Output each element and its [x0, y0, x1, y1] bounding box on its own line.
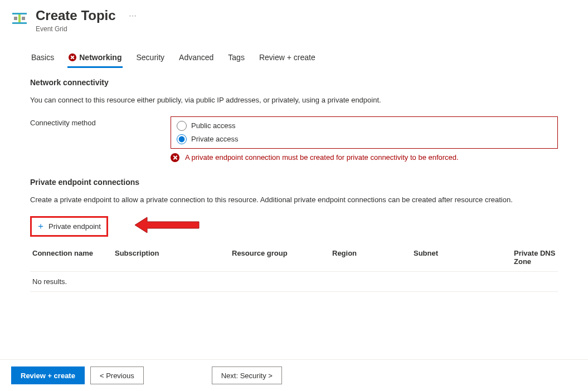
tab-label: Advanced: [179, 53, 213, 62]
add-pe-label: Private endpoint: [48, 222, 101, 231]
page-header: Create Topic Event Grid ···: [0, 0, 588, 33]
error-text: A private endpoint connection must be cr…: [185, 153, 459, 162]
previous-button[interactable]: < Previous: [90, 366, 144, 384]
svg-rect-3: [14, 17, 17, 20]
tab-label: Security: [136, 53, 164, 62]
connectivity-error-message: A private endpoint connection must be cr…: [171, 153, 558, 162]
col-resource-group: Resource group: [232, 249, 332, 266]
col-connection-name: Connection name: [32, 249, 115, 266]
svg-rect-4: [22, 17, 25, 20]
tab-tags[interactable]: Tags: [227, 50, 246, 68]
tab-security[interactable]: Security: [135, 50, 166, 68]
svg-rect-2: [18, 14, 21, 22]
plus-icon: ＋: [36, 221, 45, 232]
radio-private-access[interactable]: Private access: [173, 133, 555, 146]
col-private-dns: Private DNS Zone: [514, 249, 556, 266]
add-private-endpoint-button[interactable]: ＋ Private endpoint: [30, 216, 108, 237]
pe-connections-table: Connection name Subscription Resource gr…: [30, 245, 558, 292]
tab-advanced[interactable]: Advanced: [178, 50, 215, 68]
connectivity-radio-group: Public access Private access: [171, 116, 558, 149]
radio-private-label: Private access: [191, 135, 239, 143]
next-button[interactable]: Next: Security >: [212, 366, 282, 384]
more-actions-button[interactable]: ···: [129, 11, 137, 19]
tab-content: Network connectivity You can connect to …: [0, 68, 588, 297]
tab-basics[interactable]: Basics: [30, 50, 55, 68]
page-title: Create Topic: [36, 8, 116, 24]
tab-label: Review + create: [259, 53, 315, 62]
error-icon: [171, 153, 179, 162]
radio-public-input[interactable]: [177, 121, 187, 131]
page-subtitle: Event Grid: [36, 25, 116, 33]
connectivity-method-label: Connectivity method: [30, 116, 159, 127]
footer-spacer: [149, 366, 206, 384]
svg-marker-5: [135, 217, 199, 233]
pe-help-text: Create a private endpoint to allow a pri…: [30, 195, 558, 204]
tab-review[interactable]: Review + create: [258, 50, 317, 68]
table-empty-row: No results.: [30, 272, 558, 292]
table-header-row: Connection name Subscription Resource gr…: [30, 245, 558, 272]
col-region: Region: [332, 249, 414, 266]
header-titles: Create Topic Event Grid: [36, 8, 116, 33]
section-title-connectivity: Network connectivity: [30, 78, 558, 87]
event-grid-icon: [11, 10, 28, 27]
connectivity-method-row: Connectivity method Public access Privat…: [30, 116, 558, 149]
col-subnet: Subnet: [414, 249, 514, 266]
tabs-bar: Basics Networking Security Advanced Tags…: [0, 33, 588, 68]
tab-label: Networking: [79, 53, 122, 62]
tab-networking[interactable]: Networking: [67, 50, 123, 68]
callout-arrow-icon: [135, 214, 202, 236]
section-title-pe: Private endpoint connections: [30, 178, 558, 187]
col-subscription: Subscription: [115, 249, 232, 266]
radio-public-access[interactable]: Public access: [173, 119, 555, 133]
svg-rect-0: [12, 13, 27, 14]
wizard-footer: Review + create < Previous Next: Securit…: [0, 359, 588, 391]
tab-label: Tags: [228, 53, 245, 62]
svg-rect-1: [12, 22, 27, 24]
pe-actions-row: ＋ Private endpoint: [30, 216, 558, 237]
tab-label: Basics: [31, 53, 54, 62]
error-icon: [69, 53, 76, 61]
review-create-button[interactable]: Review + create: [11, 366, 85, 384]
connectivity-help-text: You can connect to this resource either …: [30, 96, 558, 104]
radio-private-input[interactable]: [177, 134, 187, 144]
radio-public-label: Public access: [191, 121, 235, 130]
